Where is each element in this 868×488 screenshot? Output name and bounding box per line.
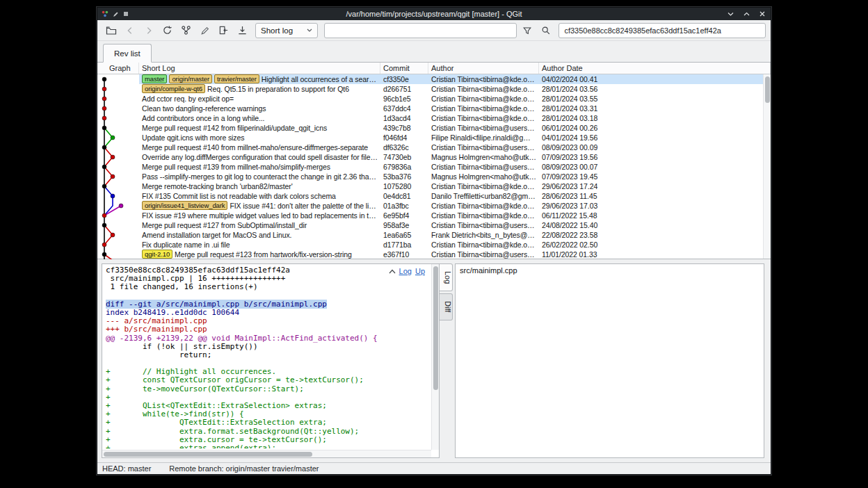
diff-line: 1 file changed, 16 insertions(+) — [106, 283, 429, 291]
commit-sha: 74730eb — [380, 152, 428, 162]
diff-hscrollbar[interactable] — [102, 450, 431, 457]
graph-cell — [97, 211, 139, 220]
format-patch-button[interactable] — [196, 22, 214, 39]
commit-subject: Merge pull request #127 from SubOptimal/… — [142, 221, 307, 229]
shortlog-cell: Clean two dangling-reference warnings — [139, 104, 380, 113]
commit-sha: df6326c — [380, 143, 428, 152]
commit-row[interactable]: Add cctor req. by explicit op=96cb1e5Cri… — [97, 94, 763, 104]
filter-funnel-icon — [522, 26, 532, 35]
commit-author: Cristian Tibirna<tibirna@users.nor... — [428, 123, 539, 133]
titlebar[interactable]: /var/home/tim/projects/upstream/qgit [ma… — [97, 8, 771, 20]
commit-sha: 679836a — [380, 162, 428, 172]
column-header-commit[interactable]: Commit — [380, 63, 428, 74]
shortlog-cell: origin/issue41_listview_darkFIX issue #4… — [139, 201, 380, 211]
commit-author: Cristian Tibirna<tibirna@kde.org> — [428, 94, 539, 104]
commit-row[interactable]: Amend installation target for MacOS and … — [97, 230, 763, 240]
scrollbar-thumb[interactable] — [104, 452, 312, 457]
commit-row[interactable]: origin/compile-w-qt6Req. Qt5.15 in prepa… — [97, 84, 763, 94]
tab-log[interactable]: Log — [440, 263, 453, 291]
shortlog-cell: qgit-2.10Merge pull request #123 from ha… — [139, 250, 380, 259]
commit-date: 08/09/2023 00.09 — [539, 143, 763, 152]
rev-list-scrollbar[interactable] — [763, 74, 771, 259]
commit-row[interactable]: Merge pull request #127 from SubOptimal/… — [97, 220, 763, 230]
commit-row[interactable]: Merge pull request #139 from millnet-mah… — [97, 162, 763, 172]
view-branches-button[interactable] — [177, 22, 195, 39]
commit-row[interactable]: qgit-2.10Merge pull request #123 from ha… — [97, 250, 763, 259]
graph-cell — [97, 123, 139, 133]
nav-up-link[interactable]: Up — [415, 267, 425, 275]
ref-badge: master — [142, 74, 167, 83]
commit-row[interactable]: FIX #135 Commit list is not readable wit… — [97, 191, 763, 201]
commit-author: Cristian Tibirna<tibirna@kde.org> — [428, 104, 539, 113]
maximize-button[interactable] — [742, 10, 750, 18]
export-icon — [237, 25, 248, 35]
commit-row[interactable]: masterorigin/mastertravier/masterHighlig… — [97, 74, 763, 84]
commit-row[interactable]: FIX issue #19 where multiple widget valu… — [97, 211, 763, 220]
column-header-graph[interactable]: Graph — [97, 63, 139, 74]
commit-row[interactable]: Merge pull request #140 from millnet-mah… — [97, 143, 763, 152]
commit-author: Filipe Rinaldi<filipe.rinaldi@gmail.c... — [428, 133, 539, 143]
open-repository-button[interactable] — [102, 22, 120, 39]
graph-cell — [97, 113, 139, 123]
shortlog-cell: Add cctor req. by explicit op= — [139, 94, 380, 104]
forward-button[interactable] — [140, 22, 157, 39]
back-button[interactable] — [121, 22, 138, 39]
commit-sha: d1771ba — [380, 240, 428, 250]
window-controls — [726, 10, 766, 18]
nav-log-link[interactable]: Log — [399, 267, 412, 275]
graph-cell — [97, 220, 139, 230]
commit-sha: e367f10 — [380, 250, 428, 259]
shortlog-cell: Fix duplicate name in .ui file — [139, 240, 380, 250]
tab-diff[interactable]: Diff — [440, 293, 453, 320]
apply-patch-button[interactable] — [215, 22, 232, 39]
minimize-button[interactable] — [726, 10, 734, 18]
commit-author: Cristian Tibirna<tibirna@kde.org> — [428, 74, 539, 84]
titlebar-icons — [102, 10, 129, 17]
refresh-button[interactable] — [159, 22, 176, 39]
filter-button[interactable] — [518, 22, 536, 39]
diff-line: + extras.append(extra); — [106, 444, 429, 448]
shortlog-cell: masterorigin/mastertravier/masterHighlig… — [139, 74, 380, 84]
commit-date: 11/01/2022 01.33 — [539, 250, 763, 259]
caret-up-icon[interactable] — [389, 269, 396, 274]
commit-date: 28/06/2023 11.45 — [539, 191, 763, 201]
search-button[interactable] — [537, 22, 554, 39]
save-archive-button[interactable] — [234, 22, 251, 39]
commit-row[interactable]: origin/issue41_listview_darkFIX issue #4… — [97, 201, 763, 211]
commit-row[interactable]: Update qgit.icns with more sizesf046fd4F… — [97, 133, 763, 143]
commit-sha: f046fd4 — [380, 133, 428, 143]
commit-row[interactable]: Clean two dangling-reference warnings637… — [97, 104, 763, 113]
ref-badge: origin/issue41_listview_dark — [142, 201, 227, 210]
sha-input[interactable] — [558, 23, 766, 38]
commit-row[interactable]: Merge pull request #142 from filiperinal… — [97, 123, 763, 133]
file-item[interactable]: src/mainimpl.cpp — [460, 266, 760, 275]
search-icon — [541, 26, 551, 35]
commit-row[interactable]: Add contributors once in a long while...… — [97, 113, 763, 123]
tab-rev-list[interactable]: Rev list — [103, 44, 152, 63]
commit-row[interactable]: Pass --simplify-merges to git log to cou… — [97, 172, 763, 181]
diff-vscrollbar[interactable] — [431, 264, 439, 450]
ref-badge: origin/compile-w-qt6 — [142, 84, 205, 93]
column-header-shortlog[interactable]: Short Log — [139, 63, 380, 74]
commit-sha: 439c7b8 — [380, 123, 428, 133]
graph-cell — [97, 230, 139, 240]
commit-row[interactable]: Override any log.diffMerges configuratio… — [97, 152, 763, 162]
search-filter-input[interactable] — [324, 23, 517, 38]
chevron-left-icon — [125, 26, 135, 35]
commit-author: Cristian Tibirna<tibirna@kde.org> — [428, 211, 539, 220]
pencil-icon — [113, 11, 119, 17]
column-header-author[interactable]: Author — [428, 63, 539, 74]
log-view-select[interactable]: Short log — [255, 23, 318, 38]
diff-viewer[interactable]: cf3350e88cc8c8249385efac63ddf15ac1eff42a… — [106, 266, 429, 448]
close-button[interactable] — [758, 10, 766, 18]
commit-row[interactable]: Fix duplicate name in .ui filed1771baCri… — [97, 240, 763, 250]
scrollbar-thumb[interactable] — [433, 266, 438, 390]
commit-row[interactable]: Merge remote-tracking branch 'urban82/ma… — [97, 181, 763, 191]
scrollbar-thumb[interactable] — [765, 76, 770, 103]
column-header-author-date[interactable]: Author Date — [539, 63, 771, 74]
refresh-icon — [162, 25, 172, 35]
graph-cell — [97, 94, 139, 104]
graph-cell — [97, 250, 139, 259]
commit-sha: 96cb1e5 — [380, 94, 428, 104]
commit-date: 08/09/2023 00.07 — [539, 162, 763, 172]
